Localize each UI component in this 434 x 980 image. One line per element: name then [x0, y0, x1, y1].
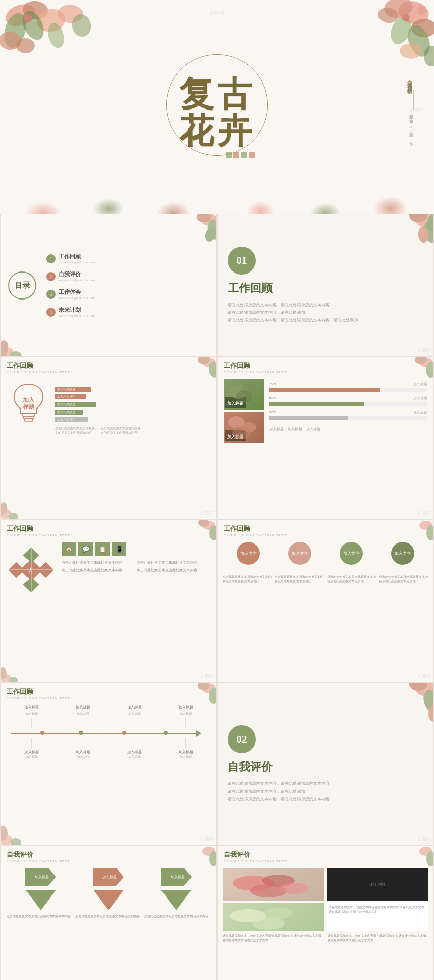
photo-grid: 暗图: [223, 868, 428, 901]
v-line: [31, 547, 32, 593]
bar-pct-2: 60%: [269, 396, 276, 401]
toc-item-4: 4 未来计划 write your great title here: [46, 306, 209, 318]
section02-number: 02: [228, 725, 256, 753]
toc-sub-2: write your great title here: [59, 278, 95, 282]
work-slide-2: 工作回顾 CLICK TO ADD CAPTION TEXT 加入标题: [217, 357, 434, 520]
work1-subtitle: CLICK TO ADD CAPTION TEXT: [7, 370, 210, 374]
bar-text-2: 加入标题: [413, 396, 427, 401]
icon-1: 🏠: [62, 542, 76, 556]
work3-header: 工作回顾 CLICK TO ADD CAPTION TEXT: [1, 520, 216, 539]
work3-content: 介 🏠 💬 📋 📱 点击此处处换文: [1, 539, 216, 595]
bar-fill-2: [269, 402, 364, 406]
arrow-shape-3: 加入标题: [161, 868, 192, 886]
toc-label-1: 工作回顾: [59, 253, 95, 260]
cover-slide: 复古 花卉 企业公司商务通用模板 公司地址：北京市×××路××号: [0, 0, 434, 214]
work3-title: 工作回顾: [7, 524, 210, 533]
bar-row-2: 60% 加入标题: [269, 396, 427, 406]
self-slide-2: 自我评价 CLICK TO ADD CAPTION TEXT: [217, 846, 434, 980]
work3-subtitle: CLICK TO ADD CAPTION TEXT: [7, 533, 210, 537]
svg-text:标题: 标题: [22, 403, 34, 410]
bar-5: 加入相关描述: [55, 417, 88, 422]
tri-3: [161, 890, 192, 910]
bar-item-5: 加入相关描述: [55, 417, 209, 422]
text-block: 请在此处添加文本，您的文本内容请在此处添加文本,请在此处添加文本请在此处添加文本…: [327, 903, 428, 931]
work1-captions: 点击此处处换文本点击此处换文的意义文本内容添加内容 点击此处处换文本点击此处换文…: [55, 426, 209, 435]
work2-header: 工作回顾 CLICK TO ADD CAPTION TEXT: [218, 357, 433, 376]
text-3: 点击此处处换文本点击此处换文本内容: [62, 568, 134, 573]
self1-header: 自我评价 CLICK TO ADD CAPTION TEXT: [1, 846, 216, 865]
arrow-3: 加入标题: [161, 868, 192, 886]
toc-circle: 目录: [8, 271, 36, 300]
bubble-2: 加入文字: [288, 542, 311, 565]
bubble-text-2: 点击此处处换文本点击此处换文本内容点击此处处换文本点击此: [275, 575, 324, 584]
work3-icons-text: 🏠 💬 📋 📱 点击此处处换文本点击此处换文本内容 点击此处处换文本点击此处换文…: [62, 542, 209, 593]
work1-bars: 加入相关描述 加入相关描述 加入相关描述 加入相关描述 加入相关描述 点击此处处…: [55, 379, 209, 435]
bubble-4: 加入文字: [391, 542, 414, 565]
cover-divider-line: [413, 90, 414, 110]
work4-subtitle: CLICK TO ADD CAPTION TEXT: [224, 533, 427, 537]
arrow-2: 加入标题: [93, 868, 124, 886]
bubble-text-3: 点击此处处换文本点击此处换文本内容点击此处处换文本点击此: [327, 575, 376, 584]
bar-1: 加入相关描述: [55, 387, 91, 392]
svg-point-86: [252, 917, 285, 930]
bar-row-3: 50% 加入标题: [269, 410, 427, 420]
self1-subtitle: CLICK TO ADD CAPTION TEXT: [7, 859, 210, 863]
svg-point-50: [236, 391, 252, 403]
work1-header: 工作回顾 CLICK TO ADD CAPTION TEXT: [1, 357, 216, 376]
bottom-labels: 加入标题 加入标题 加入标题 加入标题 加入标题 加入标题 加入标题 加入标题: [6, 738, 211, 759]
section02-slide: 02 自我评价 请在此处添加您的文本内容，请在此处添加您的文本内容 请在此处添加…: [217, 683, 434, 846]
toc-num-4: 4: [46, 308, 56, 317]
arrow-shape-1: 加入标题: [25, 868, 56, 886]
self1-title: 自我评价: [7, 850, 210, 859]
bubbles-row: 加入文字 加入文字 加入文字 加入文字: [223, 542, 428, 565]
photo-1: 加入标题: [224, 379, 264, 410]
work4-header: 工作回顾 CLICK TO ADD CAPTION TEXT: [218, 520, 433, 539]
bubble-1: 加入文字: [237, 542, 260, 565]
work1-content: 加入 标题 加入相关描述 加入相关描述 加入相关描述 加入相关描述: [1, 376, 216, 438]
wm-work3: 新图网: [200, 673, 214, 679]
work4-title: 工作回顾: [224, 524, 427, 533]
section01-slide: 01 工作回顾 请在此处添加您的文本内容，请在此处添加您的文本内容 请在此处添加…: [217, 214, 434, 357]
text-1: 点击此处处换文本点击此处换文本内容: [62, 560, 134, 565]
tri-2: [93, 890, 124, 910]
self1-cap-2: 点击此处处换文本点击此处换文本内容添加内容: [75, 914, 142, 919]
wm-timeline: 新图网: [200, 836, 214, 842]
section02-desc: 请在此处添加您的文本内容，请在此处添加您的文本内容 请在此处添加您的文本内容，请…: [228, 780, 423, 803]
bar-fill-3: [269, 416, 348, 420]
text-blocks: 点击此处处换文本点击此处换文本内容 点击此处处换文本点击此处换文本内容 点击此处…: [62, 560, 209, 573]
diamond-cross: 介: [8, 547, 54, 593]
section01-number: 01: [228, 247, 256, 275]
cover-info: 公司地址：北京市×××路××号: [407, 112, 414, 139]
work2-title: 工作回顾: [224, 361, 427, 370]
dot-4: [164, 731, 168, 735]
self1-cap-3: 点击此处处换文本点击此处换文本内容添加内容: [144, 914, 210, 919]
cover-subtitle-area: 企业公司商务通用模板 公司地址：北京市×××路××号: [404, 75, 414, 139]
tri-1: [25, 890, 56, 910]
bar-4: 加入相关描述: [55, 410, 83, 415]
work4-content: 加入文字 加入文字 加入文字 加入文字 点击此处处换文本点击此处换文本内容点击此…: [218, 539, 433, 586]
self2-texts: 请在此处添加文本，您的文本内容请在此处添加文本,请在此处添加文本请在此处添加文本…: [223, 934, 428, 943]
cover-bottom-flowers: [0, 163, 434, 214]
bar-item-4: 加入相关描述: [55, 410, 209, 415]
toc-label-4: 未来计划: [59, 306, 95, 314]
text-b-3: 请在此处添加文本，您的文本内容请在此处添加文本,请在此处添加文本请在此处添加文本…: [328, 934, 428, 943]
arrow-1: 加入标题: [25, 868, 56, 886]
icons-row: 🏠 💬 📋 📱: [62, 542, 209, 556]
section01-title: 工作回顾: [228, 281, 423, 296]
dot-1: [40, 731, 44, 735]
small-label-3: 加入标题: [306, 427, 320, 432]
bar-2: 加入相关描述: [55, 394, 86, 399]
top-labels: 加入标题 加入标题 加入标题 加入标题 加入标题 加入标题 加入标题 加入标题: [6, 705, 211, 728]
timeline-content: 加入标题 加入标题 加入标题 加入标题 加入标题 加入标题 加入标题 加入标题: [1, 702, 216, 762]
cover-title: 复古 花卉: [179, 76, 255, 149]
self1-cap-1: 点击此处处换文本点击此处换文本内容添加内容: [7, 914, 73, 919]
bar-fill-1: [269, 388, 380, 392]
bar-text-3: 加入标题: [413, 410, 427, 415]
self1-captions: 点击此处处换文本点击此处换文本内容添加内容 点击此处处换文本点击此处换文本内容添…: [7, 914, 210, 919]
work2-content: 加入标题 加入标题: [218, 376, 433, 445]
svg-point-53: [232, 426, 251, 439]
bubble-texts: 点击此处处换文本点击此处换文本内容点击此处处换文本点击此 点击此处处换文本点击此…: [223, 575, 428, 584]
bubble-text-1: 点击此处处换文本点击此处换文本内容点击此处处换文本点击此: [223, 575, 272, 584]
icon-2: 💬: [78, 542, 93, 556]
self2-title: 自我评价: [224, 850, 427, 859]
